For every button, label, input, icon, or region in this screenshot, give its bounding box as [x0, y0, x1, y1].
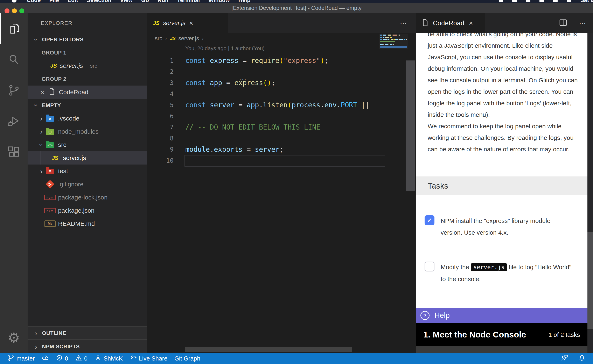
editor-group: JS server.js × ⋯ src › JS server.js › ..… [147, 13, 416, 353]
line-number: 8 [147, 133, 173, 144]
statusbar-label: ShMcK [104, 355, 123, 362]
code-line-7[interactable]: 7// -- DO NOT EDIT BELOW THIS LINE [147, 122, 416, 133]
code-line-6[interactable]: 6 [147, 111, 416, 122]
file-tree-item-node_modules[interactable]: ›⬡node_modules [28, 125, 158, 138]
sidebar-title: EXPLORER [28, 13, 160, 33]
editor-vertical-scrollbar[interactable] [406, 60, 415, 191]
statusbar-item-git-graph[interactable]: Git Graph [174, 355, 200, 362]
code-line-3[interactable]: 3const app = express(); [147, 77, 416, 88]
statusbar-label: Live Share [139, 355, 167, 362]
git-icon [45, 181, 55, 188]
file-tree-item-src[interactable]: ›</>src [28, 138, 158, 151]
statusbar-item-0[interactable]: 0 [56, 354, 68, 363]
menu-item-view[interactable]: View [120, 0, 133, 3]
webview-scrollbar-thumb[interactable] [587, 232, 593, 329]
file-name: package-lock.json [58, 194, 107, 201]
close-icon[interactable]: × [40, 89, 45, 96]
breadcrumb-file[interactable]: server.js [178, 35, 199, 42]
file-name: .gitignore [58, 181, 83, 188]
activity-run-debug-button[interactable] [0, 106, 28, 136]
statusbar-item-shmck[interactable]: ShMcK [94, 354, 123, 363]
chevron-right-icon: › [38, 128, 45, 136]
file-tree-item-.gitignore[interactable]: .gitignore [28, 178, 158, 191]
tasks-header: Tasks [416, 176, 587, 195]
breadcrumb-src[interactable]: src [155, 35, 162, 42]
js-file-icon: JS [170, 36, 175, 41]
menu-item-go[interactable]: Go [141, 0, 149, 3]
statusbar-label: 0 [65, 355, 68, 362]
folder-section-empty[interactable]: › EMPTY [28, 99, 153, 112]
file-name: .vscode [58, 115, 79, 122]
menu-item-edit[interactable]: Edit [67, 0, 78, 3]
editor-actions-ellipsis[interactable]: ⋯ [400, 19, 408, 27]
file-tree-item-package-lock.json[interactable]: npmpackage-lock.json [28, 191, 158, 204]
help-bar[interactable]: ? Help [416, 308, 587, 323]
folder-node-icon: ⬡ [46, 129, 54, 135]
menu-item-file[interactable]: File [49, 0, 59, 3]
menu-item-run[interactable]: Run [158, 0, 168, 3]
statusbar-item-cloud-upload[interactable] [42, 354, 49, 363]
extensions-icon [7, 146, 20, 158]
menu-item-selection[interactable]: Selection [87, 0, 111, 3]
code-line-2[interactable]: 2 [147, 66, 416, 77]
folder-src-icon: </> [45, 142, 55, 148]
code-line-5[interactable]: 5const server = app.listen(process.env.P… [147, 99, 416, 111]
chevron-right-icon: › [38, 115, 45, 123]
more-actions-ellipsis[interactable]: ⋯ [579, 19, 587, 27]
chevron-right-icon: › [33, 343, 39, 351]
webview-scrollbar-track[interactable] [587, 33, 593, 353]
open-editor-item-coderoad[interactable]: × CodeRoad [28, 85, 160, 99]
breadcrumb-symbol[interactable]: ... [207, 35, 211, 42]
statusbar-item-live-share[interactable]: Live Share [130, 354, 167, 363]
file-tree-item-README.md[interactable]: M↓README.md [28, 217, 158, 230]
minimap[interactable] [379, 34, 408, 49]
activity-search-button[interactable] [0, 44, 28, 75]
file-tree-item-.vscode[interactable]: ›✕.vscode [28, 112, 158, 125]
settings-gear-button[interactable]: ⚙ [0, 322, 28, 353]
tab-coderoad[interactable]: CodeRoad × [416, 13, 485, 33]
inline-code-chip: server.js [471, 263, 507, 271]
statusbar-label: master [16, 355, 35, 362]
menu-item-window[interactable]: Window [209, 0, 230, 3]
file-tree-item-package.json[interactable]: npmpackage.json [28, 204, 158, 217]
chevron-right-icon: › [38, 167, 45, 175]
task-item-npm-install: ✓ NPM install the "express" library modu… [425, 215, 579, 238]
line-number: 7 [147, 122, 173, 133]
quest-progress: 1 of 2 tasks [548, 331, 580, 338]
statusbar-item-master[interactable]: master [7, 354, 35, 363]
person-icon [94, 354, 101, 363]
folder-test-icon: ⚲ [46, 169, 54, 174]
code-line-9[interactable]: 9module.exports = server; [147, 144, 416, 155]
checkbox-checked[interactable]: ✓ [425, 215, 434, 225]
folder-vscode-icon: ✕ [46, 116, 54, 122]
tab-serverjs[interactable]: JS server.js × [147, 13, 228, 33]
js-file-icon: JS [50, 63, 57, 69]
editor-horizontal-scrollbar[interactable] [185, 347, 352, 352]
close-tab-icon[interactable]: × [469, 20, 473, 26]
npm-scripts-section[interactable]: › NPM SCRIPTS [28, 339, 153, 353]
file-name: node_modules [58, 128, 99, 135]
activity-source-control-button[interactable] [0, 75, 28, 106]
js-file-icon: JS [52, 155, 58, 161]
menu-item-help[interactable]: Help [239, 0, 251, 3]
code-line-4[interactable]: 4 [147, 88, 416, 99]
activity-explorer-button[interactable] [0, 13, 29, 44]
code-line-8[interactable]: 8 [147, 133, 416, 144]
split-editor-icon[interactable] [559, 18, 567, 28]
menu-item-code[interactable]: Code [27, 0, 41, 3]
statusbar-bell-button[interactable] [578, 354, 586, 363]
activity-extensions-button[interactable] [0, 136, 28, 167]
file-tree-item-test[interactable]: ›⚲test [28, 164, 158, 178]
chevron-down-icon: › [38, 142, 46, 148]
outline-section[interactable]: › OUTLINE [28, 326, 153, 340]
checkbox-unchecked[interactable] [425, 262, 434, 272]
coderoad-webview: be able to check what's going on in your… [416, 33, 587, 353]
open-editors-section[interactable]: › OPEN EDITORS [28, 33, 153, 46]
close-tab-icon[interactable]: × [189, 20, 193, 26]
code-line-1[interactable]: 1const express = require("express"); [147, 55, 416, 66]
macos-menu-bar: CodeFileEditSelectionViewGoRunTerminalWi… [0, 0, 593, 3]
coderoad-panel: CodeRoad × ⋯ be able to check what's goi… [416, 13, 593, 353]
statusbar-item-0[interactable]: 0 [75, 354, 87, 363]
statusbar-feedback-button[interactable] [561, 354, 568, 363]
menu-item-terminal[interactable]: Terminal [177, 0, 200, 3]
